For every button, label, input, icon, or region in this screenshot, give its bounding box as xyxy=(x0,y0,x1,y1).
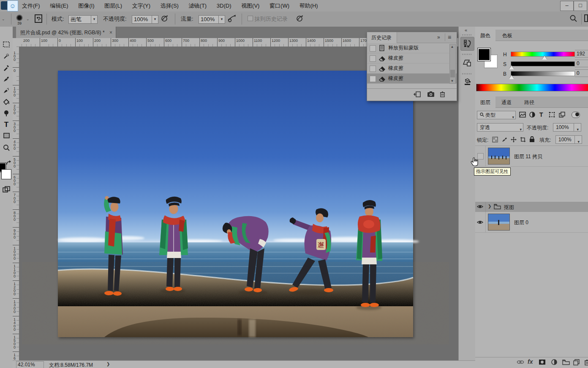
fill-select[interactable]: 100% xyxy=(555,135,575,144)
new-snapshot-camera-icon[interactable] xyxy=(427,91,435,99)
tab-channels[interactable]: 通道 xyxy=(496,96,517,110)
layer-name[interactable]: 图层 11 拷贝 xyxy=(514,153,542,160)
layer-filter-type-select[interactable]: 类型▾ xyxy=(477,111,516,119)
rectangle-tool[interactable] xyxy=(2,132,11,141)
delete-layer-icon[interactable] xyxy=(584,359,588,367)
menu-edit[interactable]: 编辑(E) xyxy=(46,0,72,10)
menu-window[interactable]: 窗口(W) xyxy=(265,0,294,10)
color-spectrum-ramp[interactable] xyxy=(476,84,588,91)
brush-preset-picker[interactable]: 39 xyxy=(16,13,23,22)
brush-tool[interactable] xyxy=(2,74,11,84)
menu-select[interactable]: 选择(S) xyxy=(156,0,183,10)
mode-select[interactable]: 画笔▾ xyxy=(68,15,98,23)
filter-pixel-layers-icon[interactable] xyxy=(519,112,526,119)
toggle-brush-panel-button[interactable] xyxy=(35,14,42,23)
history-collapse-icon[interactable]: » xyxy=(437,34,440,40)
swap-colors-icon[interactable] xyxy=(6,160,12,167)
workspace-icon[interactable] xyxy=(584,14,588,23)
menu-file[interactable]: 文件(F) xyxy=(18,0,44,10)
brightness-slider[interactable] xyxy=(511,71,575,76)
paint-bucket-tool[interactable] xyxy=(2,97,11,107)
zoom-tool[interactable] xyxy=(2,143,11,152)
eyedropper-tool[interactable] xyxy=(2,63,11,72)
filter-shape-layers-icon[interactable] xyxy=(549,112,555,119)
history-scrollbar[interactable]: ▲ ▼ xyxy=(449,44,456,84)
layer-style-fx-icon[interactable]: fx xyxy=(528,358,533,365)
magic-wand-tool[interactable] xyxy=(2,52,11,61)
layer-thumbnail[interactable] xyxy=(488,214,510,231)
menu-image[interactable]: 图像(I) xyxy=(74,0,98,10)
brightness-value[interactable]: 0 xyxy=(575,69,588,77)
threed-panel-icon[interactable] xyxy=(460,76,474,89)
delete-state-trash-icon[interactable] xyxy=(440,91,445,99)
lock-pixels-icon[interactable] xyxy=(501,137,507,144)
clone-source-panel-icon[interactable] xyxy=(460,56,474,69)
blur-tool[interactable] xyxy=(2,109,11,118)
opacity-pressure-icon[interactable] xyxy=(161,14,169,23)
add-layer-mask-icon[interactable] xyxy=(539,359,546,366)
lock-position-icon[interactable] xyxy=(511,137,517,144)
history-source-checkbox[interactable] xyxy=(370,55,376,62)
search-icon[interactable] xyxy=(569,14,577,23)
tool-preset-chevron-icon[interactable]: ⌄ xyxy=(2,15,5,23)
menu-type[interactable]: 文字(Y) xyxy=(128,0,155,10)
layers-opacity-chevron-icon[interactable]: ▾ xyxy=(574,123,581,132)
brush-pressure-icon[interactable] xyxy=(296,14,304,23)
lock-all-icon[interactable] xyxy=(529,136,535,144)
tab-color[interactable]: 颜色 xyxy=(475,30,495,43)
photo-document[interactable]: 邂 xyxy=(58,71,413,337)
history-step[interactable]: 橡皮擦 xyxy=(367,63,457,74)
foreground-color-well[interactable] xyxy=(478,48,490,61)
visibility-eye-icon[interactable] xyxy=(477,203,483,210)
saturation-slider[interactable] xyxy=(511,61,575,66)
layer-row-copy[interactable]: 图层 11 拷贝 xyxy=(475,146,588,167)
vertical-ruler[interactable]: 1000100200300400500600700800900100011001… xyxy=(13,47,19,360)
background-color-swatch[interactable] xyxy=(2,170,11,179)
layers-opacity-select[interactable]: 100% xyxy=(553,123,574,132)
history-panel-icon[interactable] xyxy=(460,37,474,51)
history-source-checkbox[interactable] xyxy=(370,66,376,72)
menu-layer[interactable]: 图层(L) xyxy=(100,0,126,10)
brightness-slider-thumb[interactable] xyxy=(509,75,514,79)
menu-filter[interactable]: 滤镜(T) xyxy=(185,0,211,10)
group-disclosure-icon[interactable]: ❯ xyxy=(488,204,491,209)
history-step-selected[interactable]: 橡皮擦 xyxy=(367,74,457,84)
maximize-button[interactable]: □ xyxy=(574,1,587,11)
screen-mode-icon[interactable] xyxy=(2,185,11,194)
visibility-eye-icon[interactable] xyxy=(477,219,483,225)
history-brush-tool[interactable] xyxy=(2,86,11,95)
adjustment-layer-icon[interactable] xyxy=(551,359,557,366)
history-source-checkbox[interactable] xyxy=(370,45,376,52)
type-tool[interactable]: T xyxy=(2,120,11,129)
lock-transparency-icon[interactable] xyxy=(492,137,498,144)
tab-paths[interactable]: 路径 xyxy=(519,96,539,110)
menu-view[interactable]: 视图(V) xyxy=(237,0,264,10)
lock-artboard-icon[interactable] xyxy=(520,137,526,144)
blend-mode-select[interactable]: 穿透▾ xyxy=(477,123,523,132)
filter-toggle-pill[interactable] xyxy=(572,112,580,118)
history-source-checkbox[interactable] xyxy=(370,76,376,82)
history-step[interactable]: 释放剪贴蒙版 xyxy=(367,43,457,53)
new-group-icon[interactable] xyxy=(562,359,570,366)
layer-name[interactable]: 图层 0 xyxy=(514,219,528,226)
menu-help[interactable]: 帮助(H) xyxy=(295,0,322,10)
airbrush-icon[interactable] xyxy=(227,14,237,23)
scroll-thumb[interactable] xyxy=(450,70,455,77)
close-tab-icon[interactable]: × xyxy=(109,30,112,36)
new-doc-from-state-icon[interactable] xyxy=(414,91,421,99)
opacity-select[interactable]: 100%▾ xyxy=(132,15,158,23)
layer-thumbnail[interactable] xyxy=(488,148,510,165)
minimize-button[interactable]: – xyxy=(560,1,574,11)
menu-3d[interactable]: 3D(D) xyxy=(212,0,236,9)
fill-chevron-icon[interactable]: ▾ xyxy=(574,135,582,144)
tab-layers[interactable]: 图层 xyxy=(475,96,495,110)
history-step[interactable]: 橡皮擦 xyxy=(367,53,457,63)
saturation-slider-thumb[interactable] xyxy=(509,66,514,69)
group-name[interactable]: 抠图 xyxy=(504,204,514,211)
flow-select[interactable]: 100%▾ xyxy=(199,15,225,23)
zoom-level-field[interactable]: 42.01% xyxy=(16,361,44,368)
brush-picker-chevron-icon[interactable]: ⌄ xyxy=(26,15,30,23)
filter-type-layers-icon[interactable]: T xyxy=(539,111,543,118)
layer-row-background[interactable]: 图层 0 xyxy=(475,212,588,233)
link-layers-icon[interactable] xyxy=(517,359,524,366)
